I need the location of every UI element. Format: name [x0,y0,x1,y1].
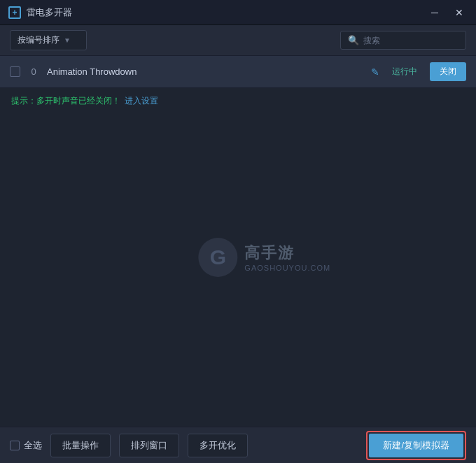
chevron-down-icon: ▼ [64,36,71,44]
status-badge: 运行中 [392,66,417,78]
search-icon: 🔍 [348,35,359,45]
watermark-title: 高手游 [244,243,330,264]
toolbar: 按编号排序 ▼ 🔍 [0,25,476,56]
new-instance-button[interactable]: 新建/复制模拟器 [369,434,463,457]
title-bar-text: 雷电多开器 [27,6,427,19]
watermark-text-block: 高手游 GAOSHOUYOU.COM [244,243,330,272]
instance-index: 0 [27,66,40,77]
close-instance-button[interactable]: 关闭 [430,62,466,81]
search-input[interactable] [363,36,458,45]
multi-optimize-button[interactable]: 多开优化 [188,434,248,457]
select-all-checkbox[interactable] [10,441,20,450]
window-controls: ─ ✕ [427,6,468,19]
watermark: G 高手游 GAOSHOUYOU.COM [198,238,330,277]
bottom-bar: 全选 批量操作 排列窗口 多开优化 新建/复制模拟器 [0,427,476,463]
watermark-logo: G [198,238,237,277]
search-box[interactable]: 🔍 [340,31,466,50]
content-area: 提示：多开时声音已经关闭！ 进入设置 G 高手游 GAOSHOUYOU.COM [0,88,476,427]
select-all-area: 全选 [10,439,42,452]
edit-icon[interactable]: ✎ [371,66,379,78]
new-button-wrapper: 新建/复制模拟器 [366,431,466,460]
select-all-label: 全选 [24,439,42,452]
app-icon: + [8,6,21,19]
arrange-windows-button[interactable]: 排列窗口 [119,434,179,457]
sort-label: 按编号排序 [18,34,59,46]
sort-dropdown[interactable]: 按编号排序 ▼ [10,30,87,50]
minimize-button[interactable]: ─ [427,6,442,19]
hint-text: 提示：多开时声音已经关闭！ [11,95,120,107]
hint-bar: 提示：多开时声音已经关闭！ 进入设置 [0,88,476,114]
hint-link[interactable]: 进入设置 [125,95,158,107]
instance-name: Animation Throwdown [47,66,364,77]
instance-row: 0 Animation Throwdown ✎ 运行中 关闭 [0,56,476,88]
close-button[interactable]: ✕ [451,6,468,19]
title-bar: + 雷电多开器 ─ ✕ [0,0,476,25]
instance-checkbox-area [10,66,20,77]
batch-op-button[interactable]: 批量操作 [50,434,111,457]
watermark-subtitle: GAOSHOUYOU.COM [244,264,330,272]
instance-checkbox[interactable] [10,66,20,77]
